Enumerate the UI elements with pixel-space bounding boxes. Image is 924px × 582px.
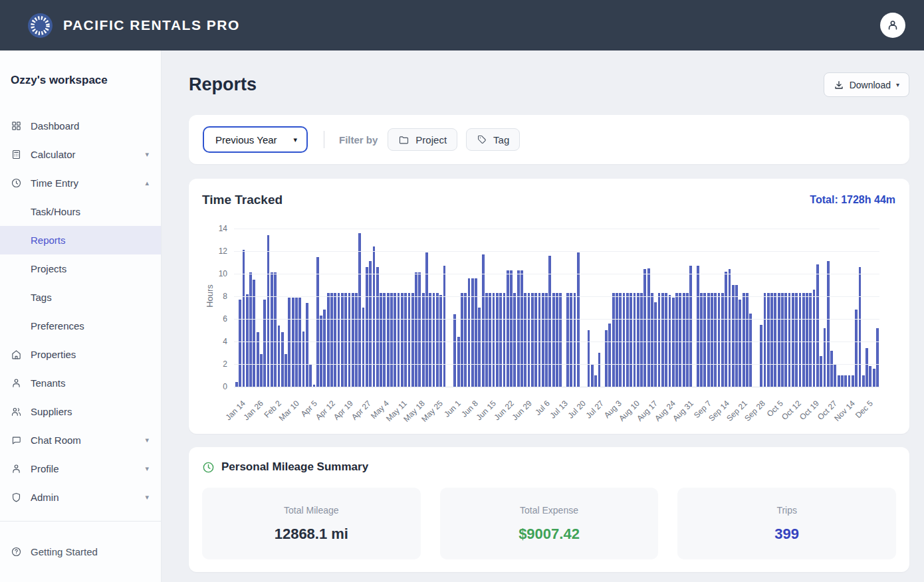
chevron-up-icon: ▴ (145, 179, 149, 187)
y-axis-label: Hours (205, 284, 215, 308)
bar (679, 293, 681, 387)
time-tracked-bar-chart (234, 229, 879, 387)
bar (239, 300, 241, 387)
sidebar-item-projects[interactable]: Projects (0, 254, 161, 283)
period-select[interactable]: Previous Year ▾ (203, 126, 308, 153)
bar (598, 353, 601, 387)
sidebar-item-properties[interactable]: Properties (0, 340, 161, 369)
bar (827, 261, 830, 387)
workspace-title: Ozzy's workspace (0, 50, 161, 87)
bar (453, 314, 456, 387)
sidebar-item-admin[interactable]: Admin ▾ (0, 483, 161, 512)
x-tick-label: Jan 26 (241, 399, 265, 422)
filter-by-label: Filter by (339, 134, 378, 146)
bar (415, 272, 417, 387)
total-mileage-stat: Total Mileage 12868.1 mi (202, 488, 421, 559)
clock-icon (11, 177, 22, 189)
bar (341, 293, 344, 387)
bar (721, 293, 724, 387)
help-circle-icon (11, 546, 22, 557)
bar (799, 293, 802, 387)
sidebar-item-profile[interactable]: Profile ▾ (0, 454, 161, 483)
bar (534, 293, 537, 387)
bar (647, 268, 650, 387)
bar (327, 293, 330, 387)
personal-mileage-card: Personal Mileage Summary Total Mileage 1… (189, 447, 909, 572)
bar (686, 293, 689, 387)
tag-filter-button[interactable]: Tag (466, 128, 520, 151)
stat-value: 12868.1 mi (275, 526, 348, 543)
stat-label: Total Expense (520, 505, 578, 516)
bar (574, 293, 576, 387)
page-title: Reports (189, 74, 257, 95)
chart-plot-area: 02468101214 (234, 229, 879, 387)
chevron-down-icon: ▾ (145, 464, 149, 473)
sidebar-item-getting-started[interactable]: Getting Started (0, 537, 161, 566)
sidebar-item-tenants[interactable]: Tenants (0, 369, 161, 397)
download-button[interactable]: Download ▾ (824, 72, 909, 97)
bar (859, 267, 862, 387)
sidebar-item-task-hours[interactable]: Task/Hours (0, 197, 161, 226)
bar (274, 272, 277, 387)
x-tick-label: Dec 5 (854, 399, 875, 420)
chevron-down-icon: ▾ (293, 136, 297, 144)
bar (714, 293, 717, 387)
bar (499, 293, 502, 387)
mileage-title: Personal Mileage Summary (221, 460, 368, 474)
bar (729, 269, 731, 387)
sidebar-item-dashboard[interactable]: Dashboard (0, 112, 161, 140)
bar (813, 290, 816, 387)
chevron-down-icon: ▾ (145, 436, 149, 444)
bar (643, 269, 646, 387)
bar (841, 375, 844, 387)
bar (725, 272, 727, 387)
project-filter-button[interactable]: Project (388, 128, 457, 151)
sidebar-item-preferences[interactable]: Preferences (0, 312, 161, 340)
y-tick-label: 10 (219, 269, 227, 278)
stat-label: Total Mileage (284, 505, 339, 516)
bar (249, 272, 252, 387)
stat-value: $9007.42 (519, 526, 580, 543)
bar (348, 293, 351, 387)
bar (556, 293, 558, 387)
bar (260, 354, 263, 387)
bar (848, 375, 851, 387)
bar (257, 332, 259, 387)
sidebar-item-suppliers[interactable]: Suppliers (0, 397, 161, 426)
bar (433, 293, 435, 387)
bar (489, 293, 491, 387)
gridline (234, 296, 879, 297)
sidebar-item-reports[interactable]: Reports (0, 226, 161, 254)
bar (838, 375, 840, 387)
y-tick-label: 12 (219, 246, 227, 256)
bar (443, 266, 446, 387)
tag-icon (477, 134, 487, 145)
bar (873, 369, 875, 387)
gridline (234, 319, 879, 320)
bar (570, 293, 572, 387)
sidebar-item-time-entry[interactable]: Time Entry ▴ (0, 169, 161, 197)
sidebar-item-chat-room[interactable]: Chat Room ▾ (0, 426, 161, 454)
bar (703, 293, 706, 387)
x-tick-label: Jun 15 (475, 399, 498, 422)
bar (528, 293, 530, 387)
bar (408, 293, 411, 387)
bar (471, 278, 474, 387)
bar (418, 272, 421, 387)
sidebar-item-tags[interactable]: Tags (0, 283, 161, 312)
user-avatar-button[interactable] (880, 13, 905, 38)
bar (334, 293, 336, 387)
home-icon (11, 349, 22, 360)
bar (830, 351, 833, 387)
bar (316, 257, 319, 387)
bar (404, 293, 407, 387)
bar (285, 354, 287, 387)
x-tick-label: Apr 19 (332, 399, 355, 422)
bar (373, 246, 376, 387)
bar (795, 293, 798, 387)
bar (513, 293, 516, 387)
bar (866, 348, 868, 387)
bar (548, 256, 551, 387)
bar (675, 293, 678, 387)
sidebar-item-calculator[interactable]: Calculator ▾ (0, 140, 161, 169)
